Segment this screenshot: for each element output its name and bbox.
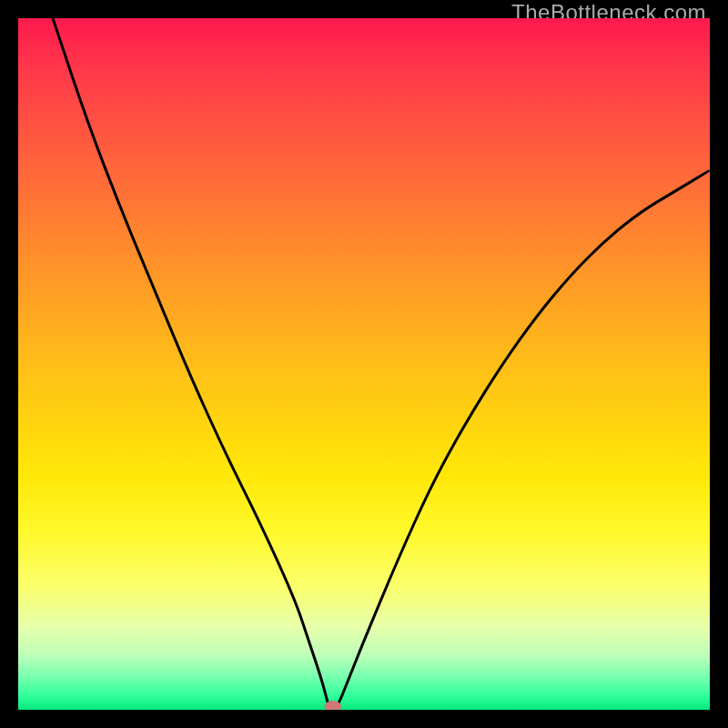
chart-frame: TheBottleneck.com — [0, 0, 728, 728]
curve-svg — [18, 18, 710, 710]
plot-area — [18, 18, 710, 710]
bottleneck-curve — [53, 18, 710, 710]
minimum-marker — [325, 701, 341, 710]
